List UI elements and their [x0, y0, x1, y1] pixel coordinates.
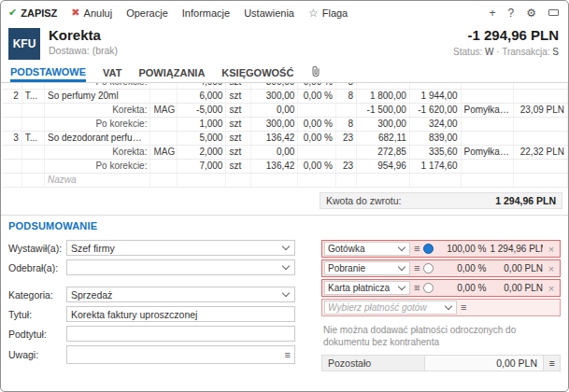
cell-net: -1 500,00	[357, 104, 410, 118]
chevron-down-icon	[445, 302, 452, 310]
cell-qty[interactable]: 5,000	[177, 132, 226, 146]
payment-percent[interactable]: 0,00 %	[437, 283, 486, 293]
remaining-label: Pozostało	[322, 356, 425, 371]
cell-net: 300,00	[357, 118, 410, 132]
payment-percent[interactable]: 100,00 %	[437, 244, 486, 254]
cell-warehouse[interactable]: MAG	[150, 104, 177, 118]
notes-input[interactable]: ≡	[66, 345, 295, 364]
payment-row: Pobranie ≡ 0,00 % 0,00 PLN ×	[321, 259, 561, 277]
payment-options-icon[interactable]: ≡	[414, 263, 420, 273]
menu-informacje[interactable]: Informacje	[182, 7, 230, 19]
document-window: ✔ ZAPISZ ✖ Anuluj Operacje Informacje Us…	[0, 0, 569, 392]
subtitle-input[interactable]	[66, 326, 295, 342]
payment-radio[interactable]	[423, 244, 434, 254]
menu-ustawienia[interactable]: Ustawienia	[244, 7, 294, 19]
toolbar: ✔ ZAPISZ ✖ Anuluj Operacje Informacje Us…	[1, 1, 568, 24]
remove-payment-icon[interactable]: ×	[547, 263, 556, 274]
payment-options-icon[interactable]: ≡	[414, 283, 420, 293]
cell-gross: -1 620,00	[409, 104, 461, 118]
payment-type-value: Pobranie	[328, 263, 394, 273]
cell-qty: 7,000	[177, 160, 226, 174]
payment-amount[interactable]: 0,00 PLN	[490, 263, 543, 273]
payment-type-select[interactable]: Gotówka	[324, 242, 410, 256]
remaining-menu-icon[interactable]: ≡	[543, 356, 560, 371]
paperclip-icon	[310, 65, 321, 77]
chevron-down-icon	[398, 244, 405, 251]
title-value: Korekta faktury uproszczonej	[71, 309, 291, 320]
cell-price[interactable]: 300,00	[250, 90, 298, 104]
payments-panel: Gotówka ≡ 100,00 % 1 294,96 PLN × Pobran…	[321, 240, 561, 371]
cell-price[interactable]: 0,00	[250, 146, 298, 160]
cell-warehouse[interactable]: MAG	[150, 146, 177, 160]
flag-button-label: Flaga	[322, 7, 349, 19]
received-by-select[interactable]	[66, 259, 295, 275]
collapse-panel-icon[interactable]	[548, 9, 559, 16]
payments-note: Nie można dodawać płatności odroczonych …	[323, 324, 549, 348]
add-payment-select[interactable]: Wybierz płatność gotów	[324, 301, 457, 315]
toolbar-right-icons: + ? ⚙	[490, 7, 559, 20]
settings-gear-icon[interactable]: ⚙	[526, 7, 536, 20]
payment-radio[interactable]	[423, 283, 434, 293]
tab-powiazania[interactable]: POWIĄZANIA	[138, 67, 205, 82]
remaining-value: 0,00 PLN	[425, 356, 543, 371]
cell-vat[interactable]: 23	[335, 132, 356, 146]
payment-type-select[interactable]: Karta płatnicza	[324, 281, 410, 295]
cell-qty[interactable]: 6,000	[177, 90, 226, 104]
expand-menu-icon[interactable]: ≡	[285, 350, 291, 360]
cell-name[interactable]: So perfumy 20ml	[45, 90, 150, 104]
notes-label: Uwagi:	[8, 349, 66, 360]
payment-amount[interactable]: 0,00 PLN	[490, 283, 543, 293]
cell-discount[interactable]: 0,00 %	[298, 90, 336, 104]
payment-percent[interactable]: 0,00 %	[437, 263, 486, 273]
cell-price[interactable]: 136,42	[250, 132, 298, 146]
chevron-down-icon	[282, 289, 290, 297]
flag-button[interactable]: ☆ Flaga	[308, 7, 348, 20]
chevron-down-icon	[398, 283, 405, 290]
document-type-badge: KFU	[8, 28, 40, 60]
tab-podstawowe[interactable]: PODSTAWOWE	[10, 66, 86, 82]
cell-discount[interactable]: 0,00 %	[298, 132, 336, 146]
document-subtitle[interactable]: Dostawa: (brak)	[49, 45, 118, 56]
cell-extra: 23,09 PLN	[514, 104, 568, 118]
help-icon[interactable]: ?	[508, 7, 515, 20]
payment-radio[interactable]	[423, 263, 434, 273]
chevron-down-icon	[398, 263, 405, 271]
menu-operacje-label: Operacje	[126, 7, 168, 19]
cell-qty[interactable]: 2,000	[177, 146, 226, 160]
payment-type-select[interactable]: Pobranie	[324, 261, 410, 275]
cell-qty[interactable]: -5,000	[177, 104, 226, 118]
add-window-icon[interactable]: +	[490, 7, 496, 20]
payment-options-icon[interactable]: ≡	[461, 302, 466, 313]
cell-vat[interactable]: 8	[335, 90, 356, 104]
tab-attachments[interactable]	[310, 65, 321, 82]
cell-discount[interactable]: 0,00 %	[298, 83, 336, 90]
cell-price[interactable]: 0,00	[250, 104, 298, 118]
payment-options-icon[interactable]: ≡	[414, 244, 420, 254]
title-input[interactable]: Korekta faktury uproszczonej	[66, 306, 295, 322]
menu-operacje[interactable]: Operacje	[126, 7, 168, 19]
cell-extra: 22,32 PLN	[514, 146, 568, 160]
save-button[interactable]: ✔ ZAPISZ	[8, 7, 57, 19]
remove-payment-icon[interactable]: ×	[547, 283, 556, 294]
payment-row: Gotówka ≡ 100,00 % 1 294,96 PLN ×	[321, 240, 561, 258]
new-item-name-input[interactable]: Nazwa	[45, 174, 150, 188]
cell-unit: szt	[226, 132, 250, 146]
category-value: Sprzedaż	[71, 289, 278, 301]
cell-reason[interactable]: Pomyłka w i...	[461, 104, 514, 118]
payment-type-value: Gotówka	[328, 244, 394, 254]
chevron-down-icon	[282, 262, 290, 270]
tab-vat[interactable]: VAT	[103, 67, 121, 82]
cell-vat: 23	[335, 160, 356, 174]
cell-unit: szt	[226, 90, 250, 104]
category-select[interactable]: Sprzedaż	[66, 287, 295, 302]
table-row-correction: Korekta: MAG -5,000 szt 0,00 -1 500,00 -…	[3, 104, 568, 118]
cell-name[interactable]: So dezodorant perfumowa...	[45, 132, 150, 146]
issued-by-select[interactable]: Szef firmy	[66, 240, 295, 256]
add-payment-placeholder: Wybierz płatność gotów	[328, 302, 441, 313]
remove-payment-icon[interactable]: ×	[547, 244, 556, 255]
cancel-button[interactable]: ✖ Anuluj	[71, 7, 112, 19]
tab-ksiegowosc[interactable]: KSIĘGOWOŚĆ	[221, 67, 293, 82]
cell-unit: szt	[226, 118, 250, 132]
cell-reason[interactable]: Pomyłka w i...	[461, 146, 514, 160]
payment-amount[interactable]: 1 294,96 PLN	[490, 244, 543, 254]
